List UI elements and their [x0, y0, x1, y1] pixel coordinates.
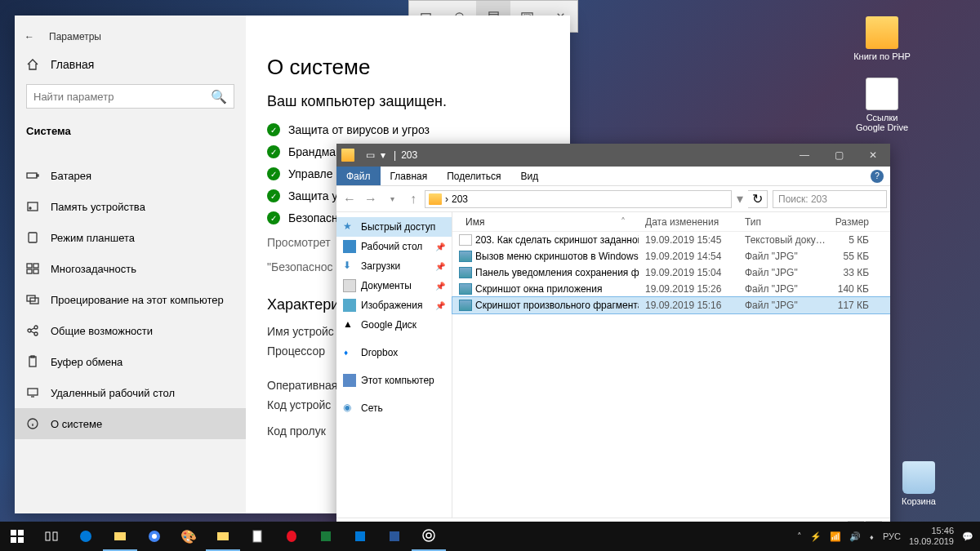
qa-new-icon[interactable]: ▾: [377, 149, 389, 161]
excel-icon[interactable]: [309, 522, 343, 551]
file-row[interactable]: Скриншот окна приложения19.09.2019 15:26…: [452, 281, 890, 297]
sidebar-item-tablet[interactable]: Режим планшета: [15, 222, 246, 253]
search-input[interactable]: [33, 91, 211, 103]
svg-rect-14: [33, 264, 38, 268]
back-icon[interactable]: ←: [24, 31, 34, 42]
ribbon-home[interactable]: Главная: [381, 167, 438, 185]
chrome-icon[interactable]: [137, 522, 172, 551]
nav-documents[interactable]: Документы📌: [336, 276, 452, 295]
svg-rect-41: [217, 532, 229, 540]
svg-rect-45: [355, 531, 365, 541]
home-icon: [26, 58, 39, 71]
col-type[interactable]: Тип: [738, 216, 826, 228]
nav-pictures[interactable]: Изображения📌: [336, 295, 452, 315]
outlook-icon[interactable]: [343, 522, 377, 551]
tray-lang[interactable]: РУС: [883, 531, 901, 541]
svg-point-48: [423, 530, 434, 541]
jpg-file-icon: [459, 267, 472, 278]
sidebar-item-about[interactable]: О системе: [15, 408, 246, 439]
settings-taskbar-icon[interactable]: [412, 522, 446, 551]
qa-props-icon[interactable]: ▭: [364, 149, 376, 161]
nav-fwd-icon[interactable]: →: [361, 189, 381, 209]
ribbon-share[interactable]: Поделиться: [437, 167, 510, 185]
address-bar: ← → ▾ ↑ › 203 ▾ ↻ Поиск: 203: [336, 186, 890, 212]
jpg-file-icon: [459, 300, 472, 311]
svg-point-37: [80, 531, 91, 542]
nav-dropbox[interactable]: ⬧Dropbox: [336, 343, 452, 362]
col-size[interactable]: Размер: [826, 216, 875, 228]
nav-downloads[interactable]: ⬇Загрузки📌: [336, 256, 452, 276]
maximize-icon[interactable]: ▢: [822, 144, 856, 167]
sidebar-item-clipboard[interactable]: Буфер обмена: [15, 346, 246, 377]
minimize-icon[interactable]: —: [787, 144, 822, 167]
file-row[interactable]: Панель уведомления сохранения фраг...19.…: [452, 264, 890, 281]
svg-point-19: [28, 329, 31, 332]
search-icon: 🔍: [211, 89, 227, 104]
sidebar-item-project[interactable]: Проецирование на этот компьютер: [15, 284, 246, 315]
nav-recent-icon[interactable]: ▾: [382, 189, 402, 209]
jpg-file-icon: [459, 283, 472, 295]
nav-back-icon[interactable]: ←: [340, 189, 359, 209]
sidebar-item-shared[interactable]: Общие возможности: [15, 315, 246, 346]
tray-notif-icon[interactable]: 💬: [962, 531, 973, 542]
desktop-icon-gdrive[interactable]: Ссылки Google Drive: [853, 78, 911, 132]
tray-up-icon[interactable]: ˄: [797, 531, 802, 542]
check-icon: ✓: [267, 189, 280, 202]
svg-line-22: [31, 328, 34, 330]
start-button[interactable]: [0, 522, 34, 551]
nav-gdrive[interactable]: ▲Google Диск: [336, 315, 452, 335]
col-date[interactable]: Дата изменения: [639, 216, 738, 228]
file-row[interactable]: 203. Как сделать скриншот заданной о...1…: [452, 232, 890, 248]
settings-home[interactable]: Главная: [15, 50, 246, 79]
jpg-file-icon: [459, 251, 472, 262]
pin-icon: 📌: [435, 242, 445, 251]
desktop-icon-bin[interactable]: Корзина: [890, 461, 947, 506]
edge-icon[interactable]: [69, 522, 103, 551]
svg-rect-36: [53, 532, 57, 540]
nav-up-icon[interactable]: ↑: [403, 189, 423, 209]
word-icon[interactable]: [377, 522, 412, 551]
help-icon[interactable]: ?: [871, 170, 884, 183]
tray-wifi-icon[interactable]: ⚡: [810, 531, 822, 542]
svg-rect-34: [18, 537, 24, 543]
sidebar-item-remote[interactable]: Удаленный рабочий стол: [15, 377, 246, 408]
sidebar-item-storage[interactable]: Память устройства: [15, 191, 246, 222]
tray-dropbox-icon[interactable]: ⬧: [869, 531, 875, 541]
col-name[interactable]: Имя˄: [452, 216, 639, 228]
svg-rect-42: [253, 531, 261, 542]
pin-icon: 📌: [435, 282, 445, 291]
refresh-icon[interactable]: ↻: [748, 190, 768, 208]
settings-sidebar: ← Параметры Главная 🔍 Система Батарея Па…: [15, 16, 246, 513]
close-icon[interactable]: ✕: [856, 144, 890, 167]
nav-network[interactable]: ◉Сеть: [336, 398, 452, 418]
tray-vol-icon[interactable]: 🔊: [849, 531, 861, 542]
svg-rect-10: [28, 202, 38, 211]
ribbon-file[interactable]: Файл: [336, 167, 381, 185]
notepad-icon[interactable]: [240, 522, 274, 551]
nav-thispc[interactable]: Этот компьютер: [336, 371, 452, 390]
explorer-taskbar-icon[interactable]: [103, 522, 137, 551]
desktop-icon-php[interactable]: Книги по PHP: [853, 16, 911, 61]
taskview-icon[interactable]: [34, 522, 69, 551]
file-row[interactable]: Скриншот произвольного фрагмента ...19.0…: [452, 297, 890, 313]
file-row[interactable]: Вызов меню скриншотов в Windows 1019.09.…: [452, 248, 890, 264]
sidebar-item-multitask[interactable]: Многозадачность: [15, 253, 246, 284]
settings-title: Параметры: [49, 31, 101, 42]
nav-quick[interactable]: ★Быстрый доступ: [336, 217, 452, 237]
svg-rect-46: [390, 531, 399, 541]
opera-icon[interactable]: [274, 522, 309, 551]
nav-desktop[interactable]: Рабочий стол📌: [336, 237, 452, 256]
paint-icon[interactable]: 🎨: [172, 522, 206, 551]
folder-title: 203: [401, 149, 417, 161]
breadcrumb[interactable]: › 203: [425, 190, 732, 208]
tray-clock[interactable]: 15:46 19.09.2019: [909, 526, 954, 547]
explorer2-icon[interactable]: [206, 522, 240, 551]
explorer-search[interactable]: Поиск: 203: [773, 190, 887, 208]
svg-rect-13: [27, 264, 32, 268]
tray-net-icon[interactable]: 📶: [830, 531, 841, 542]
ribbon-view[interactable]: Вид: [510, 167, 548, 185]
sidebar-item-battery[interactable]: Батарея: [15, 160, 246, 191]
settings-search[interactable]: 🔍: [26, 84, 234, 109]
explorer-titlebar[interactable]: ▭▾ | 203 — ▢ ✕: [336, 144, 890, 167]
page-title: О системе: [267, 55, 549, 80]
